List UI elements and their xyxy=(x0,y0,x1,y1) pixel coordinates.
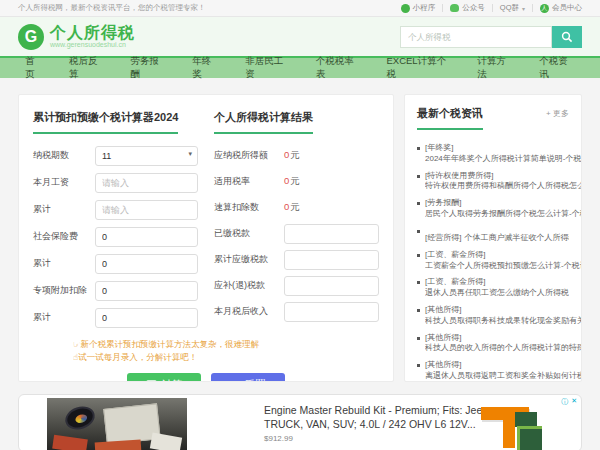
news-item[interactable]: [其他所得] 科技人员的收入所得的个人所得税计算的特殊规 xyxy=(417,333,569,355)
nav-home[interactable]: 首页 xyxy=(12,55,56,81)
chevron-down-icon: ▾ xyxy=(522,5,525,12)
site-logo[interactable]: G 个人所得税 www.gerensuodeshui.cn xyxy=(18,24,135,50)
bullet-dot xyxy=(417,337,420,340)
main-content: 累计预扣预缴个税计算器2024 纳税期数 11 ▾ 本月工资 累计 xyxy=(0,78,600,382)
calculator-card: 累计预扣预缴个税计算器2024 纳税期数 11 ▾ 本月工资 累计 xyxy=(18,94,394,382)
bullet-dot xyxy=(417,202,420,205)
button-row: 计算 ↻ 重置 xyxy=(33,373,379,383)
result-row-cumulative-tax-due: 累计应缴税款 xyxy=(214,249,379,269)
field-label: 累计 xyxy=(33,311,95,324)
social-insurance-input[interactable] xyxy=(95,227,198,247)
search-button[interactable] xyxy=(552,26,582,48)
result-panel: 个人所得税计算结果 应纳税所得额 0元 适用税率 0元 速算扣除数 0元 已缴税… xyxy=(214,107,379,334)
top-links: 小程序 公众号 QQ群 ▾ 人 会员中心 xyxy=(401,3,582,13)
reset-label: 重置 xyxy=(245,378,266,382)
result-row-tax-refund: 应补(退)税款 xyxy=(214,275,379,295)
after-tax-income-input[interactable] xyxy=(284,302,379,322)
result-row-quick-deduction: 速算扣除数 0元 xyxy=(214,197,379,217)
tax-period-select[interactable]: 11 xyxy=(95,146,198,166)
nav-nonresident-salary[interactable]: 非居民工资 xyxy=(232,55,303,81)
result-value: 0元 xyxy=(284,149,300,162)
site-name: 个人所得税 xyxy=(50,25,135,42)
insurance-cumulative-input[interactable] xyxy=(95,254,198,274)
special-deduction-input[interactable] xyxy=(95,281,198,301)
news-item[interactable]: [劳务报酬] 居民个人取得劳务报酬所得个税怎么计算-个税 xyxy=(417,198,569,220)
news-item[interactable]: [特许权使用费所得] 特许权使用费所得和稿酬所得个人所得税怎么计 xyxy=(417,171,569,193)
ad-banner[interactable]: Engine Master Rebuild Kit - Premium; Fit… xyxy=(18,394,582,450)
member-center-link[interactable]: 人 会员中心 xyxy=(540,3,582,13)
more-link[interactable]: + 更多 xyxy=(546,108,569,119)
mini-program-icon xyxy=(401,4,410,13)
news-item[interactable]: [年终奖] 2024年年终奖个人所得税计算简单说明-个税计 xyxy=(417,143,569,165)
form-row-tax-period: 纳税期数 11 ▾ xyxy=(33,145,198,166)
news-sidebar: 最新个税资讯 + 更多 [年终奖] 2024年年终奖个人所得税计算简单说明-个税… xyxy=(404,94,582,382)
bullet-dot xyxy=(417,175,420,178)
ad-advertiser-logo xyxy=(479,399,559,450)
result-label: 本月税后收入 xyxy=(214,305,284,318)
form-row-monthly-salary: 本月工资 xyxy=(33,172,198,193)
field-label: 专项附加扣除 xyxy=(33,284,95,297)
result-row-taxable-income: 应纳税所得额 0元 xyxy=(214,145,379,165)
result-value: 0元 xyxy=(284,201,300,214)
nav-labor-remuneration[interactable]: 劳务报酬 xyxy=(118,55,180,81)
result-row-tax-rate: 适用税率 0元 xyxy=(214,171,379,191)
calculate-button[interactable]: 计算 xyxy=(127,373,201,383)
monthly-salary-input[interactable] xyxy=(95,173,198,193)
bullet-dot xyxy=(417,309,420,312)
form-row-insurance-cumulative: 累计 xyxy=(33,253,198,274)
news-list: [年终奖] 2024年年终奖个人所得税计算简单说明-个税计 [特许权使用费所得]… xyxy=(417,143,569,382)
result-label: 累计应缴税款 xyxy=(214,253,284,266)
top-utility-bar: 个人所得税网，最新个税资讯平台，您的个税管理专家！ 小程序 公众号 QQ群 ▾ … xyxy=(0,0,600,17)
bullet-dot xyxy=(417,364,420,367)
nav-excel-calc[interactable]: EXCEL计算个税 xyxy=(373,55,464,81)
reset-button[interactable]: ↻ 重置 xyxy=(211,373,285,383)
news-item[interactable]: [其他所得] 离退休人员取得返聘工资和奖金补贴如何计税- xyxy=(417,360,569,382)
result-value: 0元 xyxy=(284,175,300,188)
wechat-icon xyxy=(450,4,459,12)
nav-annual-bonus[interactable]: 年终奖 xyxy=(179,55,232,81)
result-label: 适用税率 xyxy=(214,175,284,188)
calculator-icon xyxy=(146,380,157,383)
wechat-official-link[interactable]: 公众号 xyxy=(450,3,485,13)
nav-tax-news[interactable]: 个税资讯 xyxy=(526,55,588,81)
divider xyxy=(532,4,533,12)
nav-after-tax-reverse[interactable]: 税后反算 xyxy=(56,55,118,81)
tip-line-1: ☞新个税累计预扣预缴计算方法太复杂，很难理解 xyxy=(73,338,379,351)
main-nav: 首页 税后反算 劳务报酬 年终奖 非居民工资 个税税率表 EXCEL计算个税 计… xyxy=(0,58,600,78)
news-item[interactable]: [工资、薪金所得] 退休人员再任职工资怎么缴纳个人所得税 xyxy=(417,277,569,299)
form-row-social-insurance: 社会保险费 xyxy=(33,226,198,247)
calculator-tips: ☞新个税累计预扣预缴计算方法太复杂，很难理解 ☝试一试每月录入，分解计算吧！ xyxy=(73,338,379,364)
result-title: 个人所得税计算结果 xyxy=(214,110,313,134)
mini-program-label: 小程序 xyxy=(413,3,436,13)
site-url: www.gerensuodeshui.cn xyxy=(50,41,135,48)
news-item[interactable]: [工资、薪金所得] 工资薪金个人所得税预扣预缴怎么计算-个税计 xyxy=(417,250,569,272)
paid-tax-input[interactable] xyxy=(284,224,379,244)
field-label: 本月工资 xyxy=(33,176,95,189)
field-label: 纳税期数 xyxy=(33,149,95,162)
bullet-dot xyxy=(417,281,420,284)
deduction-cumulative-input[interactable] xyxy=(95,308,198,328)
news-item[interactable]: [其他所得] 科技人员取得职务科技成果转化现金奖励有关- xyxy=(417,305,569,327)
adchoices-info-icon[interactable]: ⓘ xyxy=(561,397,568,407)
news-item[interactable]: [经营所得]个体工商户减半征收个人所得税 xyxy=(417,226,569,244)
site-logo-icon: G xyxy=(18,24,44,50)
nav-tax-rate-table[interactable]: 个税税率表 xyxy=(303,55,374,81)
mini-program-link[interactable]: 小程序 xyxy=(401,3,436,13)
nav-calc-method[interactable]: 计算方法 xyxy=(465,55,527,81)
tip-line-2: ☝试一试每月录入，分解计算吧！ xyxy=(73,351,379,364)
calculator-form: 累计预扣预缴个税计算器2024 纳税期数 11 ▾ 本月工资 累计 xyxy=(33,107,198,334)
member-icon: 人 xyxy=(540,4,549,13)
qq-group-label: QQ群 xyxy=(500,3,519,13)
form-row-salary-cumulative: 累计 xyxy=(33,199,198,220)
divider xyxy=(492,4,493,12)
wechat-label: 公众号 xyxy=(462,3,485,13)
tax-refund-input[interactable] xyxy=(284,276,379,296)
cumulative-tax-due-input[interactable] xyxy=(284,250,379,270)
search-input[interactable] xyxy=(400,26,552,48)
qq-group-link[interactable]: QQ群 ▾ xyxy=(500,3,525,13)
bullet-dot xyxy=(417,147,420,150)
field-label: 累计 xyxy=(33,203,95,216)
adchoices-close-icon[interactable]: ✕ xyxy=(571,397,577,407)
logo-text: 个人所得税 www.gerensuodeshui.cn xyxy=(50,25,135,49)
salary-cumulative-input[interactable] xyxy=(95,200,198,220)
